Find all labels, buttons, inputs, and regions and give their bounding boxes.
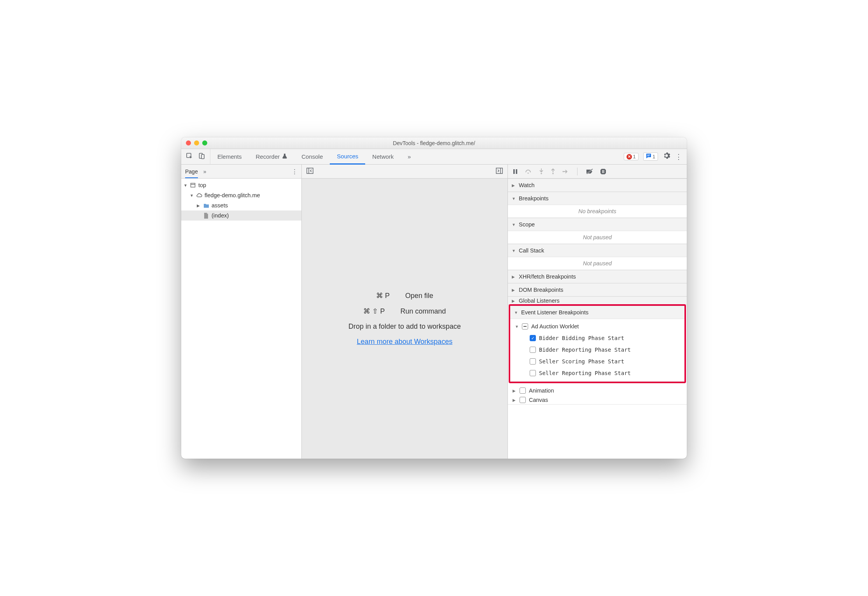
- step-over-icon[interactable]: [525, 169, 532, 174]
- event-listener-highlight: ▼Event Listener Breakpoints ▼ Ad Auction…: [509, 304, 686, 383]
- tab-sources[interactable]: Sources: [330, 149, 365, 165]
- show-navigator-icon[interactable]: [306, 168, 313, 175]
- event-seller-scoring[interactable]: Seller Scoring Phase Start: [510, 356, 684, 367]
- tree-folder-assets[interactable]: ▶ assets: [181, 200, 301, 210]
- frame-icon: [190, 182, 196, 188]
- event-bidder-bidding[interactable]: Bidder Bidding Phase Start: [510, 332, 684, 344]
- file-tree: ▼ top ▼ fledge-demo.glitch.me ▶ assets (…: [181, 179, 301, 459]
- svg-point-13: [527, 172, 528, 174]
- checkbox-indeterminate[interactable]: [522, 323, 528, 330]
- show-debugger-icon[interactable]: [496, 168, 503, 175]
- event-bidder-reporting[interactable]: Bidder Reporting Phase Start: [510, 344, 684, 356]
- step-out-icon[interactable]: [551, 168, 555, 175]
- workspace-drop-hint: Drop in a folder to add to workspace: [348, 323, 461, 331]
- step-into-icon[interactable]: [539, 168, 544, 175]
- breakpoints-empty: No breakpoints: [508, 205, 687, 218]
- tab-overflow[interactable]: »: [401, 149, 418, 164]
- checkbox[interactable]: [530, 347, 536, 353]
- section-scope[interactable]: ▼Scope: [508, 218, 687, 231]
- tree-top[interactable]: ▼ top: [181, 180, 301, 190]
- section-callstack[interactable]: ▼Call Stack: [508, 244, 687, 257]
- message-badge[interactable]: 1: [643, 153, 658, 161]
- subtab-overflow[interactable]: »: [203, 168, 206, 175]
- section-global-listeners[interactable]: ▶Global Listeners: [508, 296, 687, 305]
- folder-icon: [203, 202, 209, 209]
- main-tab-strip: Elements Recorder Console Sources Networ…: [181, 149, 687, 165]
- pause-exceptions-icon[interactable]: [600, 168, 606, 175]
- file-icon: [203, 212, 209, 219]
- svg-rect-19: [602, 170, 603, 173]
- checkbox[interactable]: [520, 387, 526, 394]
- window-title: DevTools - fledge-demo.glitch.me/: [181, 140, 687, 146]
- deactivate-breakpoints-icon[interactable]: [586, 169, 593, 174]
- tree-file-index[interactable]: (index): [181, 210, 301, 221]
- tree-origin[interactable]: ▼ fledge-demo.glitch.me: [181, 190, 301, 200]
- step-icon[interactable]: [562, 169, 569, 174]
- debugger-panel: ▶Watch ▼Breakpoints No breakpoints ▼Scop…: [508, 165, 687, 459]
- section-xhr[interactable]: ▶XHR/fetch Breakpoints: [508, 270, 687, 283]
- cloud-icon: [196, 192, 202, 198]
- svg-rect-2: [201, 154, 204, 159]
- run-command-label: Run command: [400, 307, 446, 316]
- kebab-menu-icon[interactable]: ⋮: [675, 153, 682, 161]
- event-seller-reporting[interactable]: Seller Reporting Phase Start: [510, 367, 684, 379]
- event-group-ad-auction[interactable]: ▼ Ad Auction Worklet: [510, 321, 684, 332]
- open-file-shortcut: ⌘ P: [376, 291, 390, 300]
- tab-console[interactable]: Console: [294, 149, 330, 164]
- debugger-toolbar: [508, 165, 687, 179]
- svg-point-15: [552, 173, 554, 174]
- devtools-window: DevTools - fledge-demo.glitch.me/ Elemen…: [181, 137, 687, 459]
- pause-icon[interactable]: [513, 169, 518, 174]
- event-group-canvas[interactable]: ▶ Canvas: [508, 396, 687, 403]
- scope-empty: Not paused: [508, 231, 687, 244]
- navigator-panel: Page » ⋮ ▼ top ▼ fledge-demo.glitch.me ▶: [181, 165, 302, 459]
- checkbox[interactable]: [530, 358, 536, 365]
- editor-panel: ⌘ P Open file ⌘ ⇧ P Run command Drop in …: [302, 165, 508, 459]
- svg-rect-4: [647, 156, 649, 156]
- tab-recorder[interactable]: Recorder: [249, 149, 295, 164]
- open-file-label: Open file: [405, 292, 433, 300]
- kebab-menu-icon[interactable]: ⋮: [292, 168, 298, 175]
- section-event-listener-breakpoints[interactable]: ▼Event Listener Breakpoints: [510, 306, 684, 319]
- svg-rect-5: [191, 183, 195, 187]
- callstack-empty: Not paused: [508, 257, 687, 270]
- svg-rect-12: [516, 169, 518, 174]
- svg-rect-20: [604, 170, 604, 173]
- run-command-shortcut: ⌘ ⇧ P: [363, 307, 385, 316]
- titlebar: DevTools - fledge-demo.glitch.me/: [181, 137, 687, 149]
- section-watch[interactable]: ▶Watch: [508, 179, 687, 192]
- tab-elements[interactable]: Elements: [210, 149, 249, 164]
- event-group-animation[interactable]: ▶ Animation: [508, 385, 687, 396]
- svg-point-14: [541, 173, 542, 174]
- inspect-icon[interactable]: [186, 153, 193, 161]
- checkbox[interactable]: [530, 370, 536, 376]
- device-toggle-icon[interactable]: [198, 153, 205, 161]
- settings-icon[interactable]: [663, 152, 670, 161]
- learn-workspaces-link[interactable]: Learn more about Workspaces: [357, 338, 453, 346]
- svg-point-16: [562, 171, 564, 172]
- svg-rect-11: [513, 169, 515, 174]
- error-badge[interactable]: ✕ 1: [624, 153, 639, 160]
- checkbox[interactable]: [530, 335, 536, 341]
- tab-network[interactable]: Network: [365, 149, 401, 164]
- subtab-page[interactable]: Page: [185, 168, 198, 178]
- section-breakpoints[interactable]: ▼Breakpoints: [508, 192, 687, 205]
- svg-rect-3: [647, 155, 650, 155]
- message-icon: [646, 153, 651, 160]
- flask-icon: [282, 153, 287, 160]
- checkbox[interactable]: [520, 397, 526, 403]
- section-dom[interactable]: ▶DOM Breakpoints: [508, 283, 687, 296]
- error-icon: ✕: [626, 154, 632, 160]
